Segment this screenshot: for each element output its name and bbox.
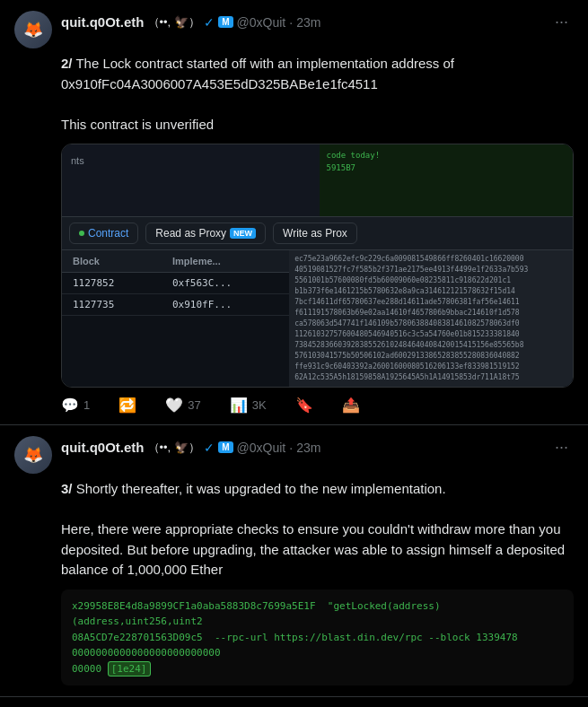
tweet-2-meta: quit.q0Ot.eth （••, 🦅） ✓ M @0xQuit · 23m … <box>61 436 574 458</box>
tweet-2-number: 3/ <box>61 481 73 496</box>
author-bird-emoji: 🦅） <box>174 14 200 31</box>
retweet-button[interactable]: 🔁 <box>118 397 136 414</box>
label-badge: M <box>218 16 233 28</box>
reply-count: 1 <box>83 398 90 412</box>
tweet-2-header: 🦊 quit.q0Ot.eth （••, 🦅） ✓ M @0xQuit · 23… <box>14 436 574 474</box>
views-button[interactable]: 📊 3K <box>230 397 267 414</box>
more-options-button-2[interactable]: ··· <box>549 436 574 458</box>
terminal-block: x29958E8E4d8a9899CF1a0aba5883D8c7699a5E1… <box>61 589 574 686</box>
tab-contract-label: Contract <box>88 227 128 240</box>
tab-read-as-proxy-button[interactable]: Read as Proxy NEW <box>145 223 266 244</box>
col-header-block: Block <box>62 250 162 273</box>
code-today-area: code today!5915B7 <box>320 144 574 216</box>
author-name-2: quit.q0Ot.eth <box>61 440 145 455</box>
terminal-line-2: 08A5CD7e228701563D09c5 --rpc-url https:/… <box>72 630 563 646</box>
terminal-highlight-value: [1e24] <box>108 661 151 676</box>
table-row: 1127852 0xf563C... <box>62 273 289 294</box>
author-emojis-2: （••, <box>148 440 171 456</box>
author-handle-2: @0xQuit <box>237 441 286 455</box>
avatar-2-image: 🦊 <box>14 436 52 474</box>
cell-impl-2: 0x910fF... <box>162 294 289 316</box>
avatar-image: 🦊 <box>14 11 52 48</box>
retweet-icon: 🔁 <box>118 397 136 414</box>
terminal-line-4: 00000 [1e24] <box>72 661 563 677</box>
verified-icon-2: ✓ <box>204 441 215 455</box>
cell-impl-1: 0xf563C... <box>162 273 289 294</box>
terminal-prefix: 00000 <box>72 663 108 675</box>
tweet-text: 2/ The Lock contract started off with an… <box>61 54 574 135</box>
share-button[interactable]: 📤 <box>342 397 360 414</box>
label-badge-2: M <box>218 441 233 453</box>
nts-area: nts <box>62 144 320 216</box>
tweet-1-body: 2/ The Lock contract started off with an… <box>61 54 574 414</box>
tabs-bar: Contract Read as Proxy NEW Write as Prox <box>62 216 573 250</box>
avatar-2[interactable]: 🦊 <box>14 436 52 474</box>
like-count: 37 <box>188 398 200 412</box>
screenshot-content: Block Impleme... 1127852 0xf563C... <box>62 250 573 387</box>
tweet-2-body: 3/ Shortly thereafter, it was upgraded t… <box>61 479 574 685</box>
tab-contract-button[interactable]: Contract <box>69 223 138 244</box>
new-badge: NEW <box>230 228 256 239</box>
more-options-button[interactable]: ··· <box>549 11 574 33</box>
screenshot-top: nts code today!5915B7 <box>62 144 573 216</box>
read-as-proxy-label: Read as Proxy <box>155 227 226 240</box>
contract-table: Block Impleme... 1127852 0xf563C... <box>62 250 289 316</box>
dot-separator-2: · <box>289 441 293 455</box>
tweet-actions: 💬 1 🔁 🤍 37 📊 3K 🔖 📤 <box>61 397 574 414</box>
tweet-2: 🦊 quit.q0Ot.eth （••, 🦅） ✓ M @0xQuit · 23… <box>0 425 588 697</box>
code-area: ec75e23a9662efc9c229c6a009081549866ff826… <box>289 250 573 387</box>
nts-label: nts <box>71 155 84 166</box>
bookmark-icon: 🔖 <box>295 397 313 414</box>
share-icon: 📤 <box>342 397 360 414</box>
author-bird-emoji-2: 🦅） <box>174 440 200 456</box>
tweet-1: 🦊 quit.q0Ot.eth （••, 🦅） ✓ M @0xQuit · 23… <box>0 0 588 425</box>
tweet-2-text: 3/ Shortly thereafter, it was upgraded t… <box>61 479 574 580</box>
author-row-2: quit.q0Ot.eth （••, 🦅） ✓ M @0xQuit · 23m … <box>61 436 574 458</box>
reply-button[interactable]: 💬 1 <box>61 397 90 414</box>
tweet-time-2: 23m <box>296 441 320 455</box>
author-row: quit.q0Ot.eth （••, 🦅） ✓ M @0xQuit · 23m … <box>61 11 574 33</box>
like-icon: 🤍 <box>165 397 183 414</box>
contract-screenshot-image: nts code today!5915B7 Contract Read as P… <box>61 144 574 388</box>
dot-separator: · <box>289 15 293 30</box>
views-count: 3K <box>252 398 267 412</box>
cell-block-2: 1127735 <box>62 294 162 316</box>
tweet-meta: quit.q0Ot.eth （••, 🦅） ✓ M @0xQuit · 23m … <box>61 11 574 33</box>
tweet-time: 23m <box>296 15 320 30</box>
verified-icon: ✓ <box>204 15 215 30</box>
tweet-number: 2/ <box>61 56 73 71</box>
terminal-line-3: 0000000000000000000000000 <box>72 645 563 661</box>
bookmark-button[interactable]: 🔖 <box>295 397 313 414</box>
tab-write-as-proxy-button[interactable]: Write as Prox <box>273 223 357 244</box>
terminal-line-1: x29958E8E4d8a9899CF1a0aba5883D8c7699a5E1… <box>72 598 563 630</box>
cell-block-1: 1127852 <box>62 273 162 294</box>
author-emojis: （••, <box>148 14 171 31</box>
tweet-1-header: 🦊 quit.q0Ot.eth （••, 🦅） ✓ M @0xQuit · 23… <box>14 11 574 48</box>
contract-screenshot: nts code today!5915B7 Contract Read as P… <box>62 144 573 387</box>
contract-dot-icon <box>79 231 84 236</box>
author-handle: @0xQuit <box>237 15 286 30</box>
table-row: 1127735 0x910fF... <box>62 294 289 316</box>
col-header-impl: Impleme... <box>162 250 289 273</box>
like-button[interactable]: 🤍 37 <box>165 397 200 414</box>
write-as-proxy-label: Write as Prox <box>283 227 347 240</box>
author-name: quit.q0Ot.eth <box>61 14 145 30</box>
avatar[interactable]: 🦊 <box>14 11 52 48</box>
table-area: Block Impleme... 1127852 0xf563C... <box>62 250 289 387</box>
reply-icon: 💬 <box>61 397 79 414</box>
views-icon: 📊 <box>230 397 248 414</box>
